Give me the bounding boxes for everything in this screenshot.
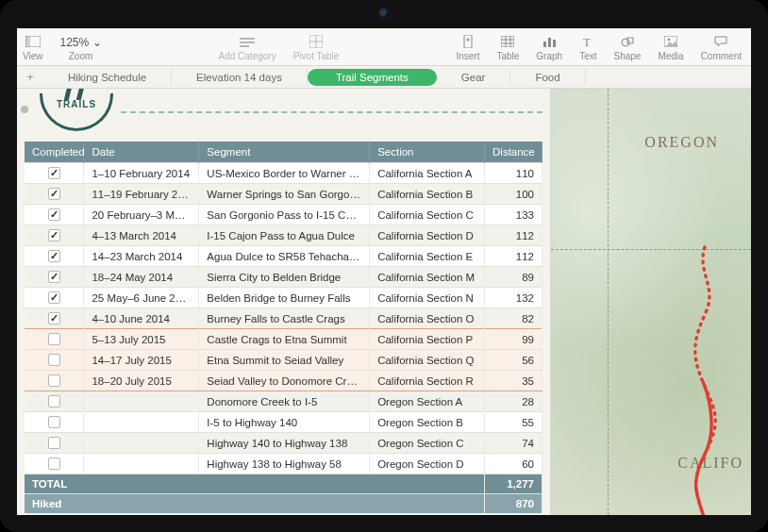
col-header[interactable]: Completed bbox=[25, 141, 84, 163]
checkbox[interactable] bbox=[48, 208, 60, 221]
cell-date[interactable]: 5–13 July 2015 bbox=[84, 329, 199, 350]
table-row[interactable]: 18–20 July 2015Seiad Valley to Donomore … bbox=[25, 371, 543, 391]
table-row[interactable]: 4–10 June 2014Burney Falls to Castle Cra… bbox=[25, 308, 543, 329]
view-menu[interactable]: View bbox=[23, 34, 43, 61]
cell-distance[interactable]: 60 bbox=[485, 454, 543, 474]
cell-sect[interactable]: California Section C bbox=[370, 205, 485, 225]
tab-food[interactable]: Food bbox=[510, 69, 585, 86]
insert-button[interactable]: Insert bbox=[456, 34, 479, 61]
cell-distance[interactable]: 28 bbox=[485, 391, 543, 412]
checkbox[interactable] bbox=[48, 437, 60, 449]
cell-date[interactable]: 18–24 May 2014 bbox=[84, 267, 199, 288]
col-header[interactable]: Distance bbox=[485, 141, 543, 163]
table-row[interactable]: 1–10 February 2014US-Mexico Border to Wa… bbox=[25, 163, 543, 184]
cell-completed[interactable] bbox=[25, 205, 84, 225]
cell-seg[interactable]: Highway 140 to Highway 138 bbox=[199, 433, 370, 454]
table-row[interactable]: 5–13 July 2015Castle Crags to Etna Summi… bbox=[25, 329, 543, 350]
cell-seg[interactable]: San Gorgonio Pass to I-15 Cajon Pass bbox=[199, 205, 370, 225]
cell-distance[interactable]: 74 bbox=[485, 433, 543, 454]
comment-button[interactable]: Comment bbox=[701, 34, 742, 61]
checkbox[interactable] bbox=[48, 250, 60, 262]
cell-seg[interactable]: Seiad Valley to Donomore Creek bbox=[199, 371, 370, 391]
cell-seg[interactable]: Warner Springs to San Gorgonio Pass bbox=[199, 184, 370, 205]
cell-seg[interactable]: Donomore Creek to I-5 bbox=[199, 391, 370, 412]
cell-sect[interactable]: California Section A bbox=[370, 163, 485, 184]
cell-date[interactable]: 1–10 February 2014 bbox=[84, 163, 199, 184]
cell-distance[interactable]: 110 bbox=[485, 163, 543, 184]
cell-distance[interactable]: 133 bbox=[485, 205, 543, 225]
cell-seg[interactable]: Highway 138 to Highway 58 bbox=[199, 454, 370, 474]
cell-date[interactable] bbox=[84, 454, 199, 474]
add-sheet-button[interactable]: + bbox=[21, 70, 40, 84]
table-row[interactable]: Donomore Creek to I-5Oregon Section A28 bbox=[25, 391, 543, 412]
pivot-table-button[interactable]: Pivot Table bbox=[293, 34, 340, 61]
cell-sect[interactable]: California Section D bbox=[370, 225, 485, 246]
checkbox[interactable] bbox=[48, 229, 60, 241]
cell-seg[interactable]: Etna Summit to Seiad Valley bbox=[199, 350, 370, 371]
cell-completed[interactable] bbox=[25, 163, 84, 184]
cell-completed[interactable] bbox=[25, 412, 84, 433]
tab-gear[interactable]: Gear bbox=[437, 69, 511, 86]
checkbox[interactable] bbox=[48, 457, 60, 470]
cell-seg[interactable]: Belden Bridge to Burney Falls bbox=[199, 288, 370, 308]
cell-distance[interactable]: 112 bbox=[485, 225, 543, 246]
col-header[interactable]: Section bbox=[370, 141, 485, 163]
cell-seg[interactable]: I-5 to Highway 140 bbox=[199, 412, 370, 433]
table-row[interactable]: 18–24 May 2014Sierra City to Belden Brid… bbox=[25, 267, 543, 288]
shape-button[interactable]: Shape bbox=[613, 34, 641, 61]
cell-completed[interactable] bbox=[25, 225, 84, 246]
add-category-button[interactable]: Add Category bbox=[219, 34, 276, 61]
segments-table[interactable]: CompletedDateSegmentSectionDistance 1–10… bbox=[25, 141, 543, 513]
cell-distance[interactable]: 35 bbox=[485, 371, 543, 391]
cell-distance[interactable]: 132 bbox=[485, 288, 543, 308]
cell-seg[interactable]: I-15 Cajon Pass to Agua Dulce bbox=[199, 225, 370, 246]
cell-sect[interactable]: Oregon Section A bbox=[370, 391, 485, 412]
text-button[interactable]: TText bbox=[579, 34, 596, 61]
cell-sect[interactable]: California Section E bbox=[370, 246, 485, 267]
checkbox[interactable] bbox=[48, 188, 60, 200]
table-row[interactable]: I-5 to Highway 140Oregon Section B55 bbox=[25, 412, 543, 433]
tab-trail-segments[interactable]: Trail Segments bbox=[308, 69, 437, 86]
cell-completed[interactable] bbox=[25, 391, 84, 412]
col-header[interactable]: Date bbox=[84, 141, 199, 163]
cell-completed[interactable] bbox=[25, 350, 84, 371]
graph-button[interactable]: Graph bbox=[536, 34, 562, 61]
cell-date[interactable]: 18–20 July 2015 bbox=[84, 371, 199, 391]
cell-distance[interactable]: 112 bbox=[485, 246, 543, 267]
checkbox[interactable] bbox=[48, 395, 60, 407]
zoom-control[interactable]: 125% ⌄Zoom bbox=[60, 36, 102, 61]
cell-seg[interactable]: US-Mexico Border to Warner Springs bbox=[199, 163, 370, 184]
zoom-value[interactable]: 125% ⌄ bbox=[60, 36, 102, 49]
cell-distance[interactable]: 89 bbox=[485, 267, 543, 288]
checkbox[interactable] bbox=[48, 291, 60, 304]
cell-date[interactable]: 14–23 March 2014 bbox=[84, 246, 199, 267]
cell-distance[interactable]: 55 bbox=[485, 412, 543, 433]
table-row[interactable]: 11–19 February 2014Warner Springs to San… bbox=[25, 184, 543, 205]
cell-completed[interactable] bbox=[25, 433, 84, 454]
table-row[interactable]: 25 May–6 June 2014Belden Bridge to Burne… bbox=[25, 288, 543, 308]
cell-distance[interactable]: 99 bbox=[485, 329, 543, 350]
cell-date[interactable]: 4–10 June 2014 bbox=[84, 308, 199, 329]
cell-date[interactable]: 25 May–6 June 2014 bbox=[84, 288, 199, 308]
cell-sect[interactable]: California Section M bbox=[370, 267, 485, 288]
cell-date[interactable]: 4–13 March 2014 bbox=[84, 225, 199, 246]
checkbox[interactable] bbox=[48, 333, 60, 345]
media-button[interactable]: Media bbox=[658, 34, 683, 61]
checkbox[interactable] bbox=[48, 271, 60, 283]
cell-sect[interactable]: California Section P bbox=[370, 329, 485, 350]
cell-distance[interactable]: 100 bbox=[485, 184, 543, 205]
cell-completed[interactable] bbox=[25, 308, 84, 329]
cell-sect[interactable]: Oregon Section D bbox=[370, 454, 485, 474]
checkbox[interactable] bbox=[48, 374, 60, 387]
col-header[interactable]: Segment bbox=[199, 141, 370, 163]
cell-seg[interactable]: Burney Falls to Castle Crags bbox=[199, 308, 370, 329]
cell-sect[interactable]: California Section R bbox=[370, 371, 485, 391]
cell-date[interactable] bbox=[84, 433, 199, 454]
cell-date[interactable]: 20 February–3 March 2 bbox=[84, 205, 199, 225]
cell-sect[interactable]: Oregon Section B bbox=[370, 412, 485, 433]
cell-date[interactable] bbox=[84, 412, 199, 433]
table-row[interactable]: 4–13 March 2014I-15 Cajon Pass to Agua D… bbox=[25, 225, 543, 246]
cell-completed[interactable] bbox=[25, 246, 84, 267]
cell-date[interactable]: 14–17 July 2015 bbox=[84, 350, 199, 371]
cell-completed[interactable] bbox=[25, 288, 84, 308]
